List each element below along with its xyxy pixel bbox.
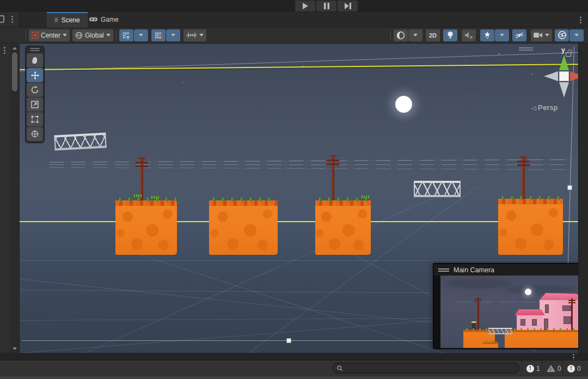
tab-game-label: Game [101, 16, 119, 23]
console-search[interactable] [332, 363, 519, 374]
effects-dropdown[interactable] [495, 29, 509, 41]
play-button[interactable] [295, 1, 315, 11]
error-count-badge[interactable]: ! 1 [522, 360, 544, 376]
preview-bridge-truss [488, 328, 512, 334]
star [471, 95, 473, 96]
console-search-input[interactable] [346, 364, 514, 372]
rect-icon [30, 115, 39, 124]
grid-axis-button[interactable]: Y [119, 29, 133, 41]
gizmo-negative-x-cone[interactable] [544, 71, 558, 81]
shading-mode-dropdown[interactable] [408, 29, 422, 41]
left-scrollbar[interactable] [11, 45, 19, 353]
grid-snapping-button[interactable] [151, 29, 166, 41]
tool-handle-rotation-dropdown[interactable]: Global [72, 29, 113, 41]
tool-handle-position-dropdown[interactable]: Center [29, 29, 70, 41]
gizmo-sphere-icon [558, 30, 567, 40]
telephone-wire [50, 164, 572, 165]
selection-handle-bottom[interactable] [286, 338, 291, 343]
globe-icon [75, 32, 83, 39]
grid-snapping-dropdown[interactable] [166, 29, 180, 41]
scene-visibility-button[interactable] [512, 29, 526, 41]
audio-mute-button[interactable] [462, 29, 476, 41]
moon-sprite [395, 96, 412, 113]
scene-lighting-button[interactable] [443, 29, 457, 41]
shading-mode-button[interactable] [394, 29, 408, 41]
terrain-platform-sprite[interactable] [498, 199, 563, 255]
telephone-pole-sprite[interactable] [522, 158, 525, 199]
left-panel-menu-icon[interactable] [11, 16, 13, 23]
gizmo-x-axis-cone[interactable] [570, 71, 578, 81]
rect-tool-button[interactable] [27, 112, 43, 126]
gizmo-center-cube[interactable] [559, 71, 569, 81]
message-count: 0 [577, 365, 581, 372]
overlay-drag-handle[interactable] [26, 46, 44, 53]
preview-ground [483, 342, 498, 348]
scale-icon [30, 100, 39, 109]
shaded-sphere-icon [396, 31, 405, 40]
right-panel-edge [578, 44, 588, 353]
gizmo-overlay-handle[interactable] [519, 47, 533, 51]
selection-line-middle [20, 221, 578, 222]
tab-scene-label: Scene [62, 16, 80, 24]
transform-tool-button[interactable] [27, 127, 43, 141]
preview-pole [477, 297, 479, 330]
preview-pole [571, 298, 573, 330]
window-bottom-edge [0, 376, 588, 379]
gizmos-button[interactable] [555, 29, 569, 41]
left-edge-top-row [0, 12, 20, 27]
pivot-label: Center [41, 32, 60, 39]
gizmo-y-axis-cone[interactable] [559, 55, 569, 70]
terrain-platform-sprite[interactable] [209, 200, 278, 255]
gizmo-negative-y-cone[interactable] [559, 82, 569, 97]
pause-button[interactable] [316, 1, 336, 11]
message-icon: ! [567, 365, 575, 372]
hand-tool-button[interactable] [27, 53, 43, 68]
hierarchy-menu-icon[interactable] [3, 47, 5, 54]
camera-preview-panel[interactable]: Main Camera [433, 263, 578, 349]
selection-handle-right[interactable] [567, 185, 572, 190]
scene-grid-icon: # [54, 16, 58, 24]
step-button[interactable] [338, 1, 358, 11]
camera-preview-title: Main Camera [454, 266, 494, 274]
svg-text:Y: Y [126, 34, 130, 39]
grass-tuft-sprite [362, 195, 369, 198]
camera-preview-titlebar[interactable]: Main Camera [434, 264, 578, 276]
move-icon [30, 71, 40, 80]
camera-preview-drag-icon[interactable] [438, 268, 449, 272]
star [531, 74, 532, 75]
2d-view-button[interactable]: 2D [426, 29, 440, 41]
unity-editor-window: # Scene Game [0, 0, 588, 379]
chevron-down-icon [199, 34, 204, 36]
scene-view[interactable]: y x ◁Persp Main Camera [20, 44, 578, 353]
metal-truss-sprite[interactable] [54, 133, 106, 151]
snap-increment-dropdown[interactable] [183, 29, 206, 41]
video-camera-icon [534, 32, 543, 38]
telephone-pole-sprite[interactable] [332, 157, 334, 200]
left-scrollbar-thumb[interactable] [12, 52, 17, 91]
tab-game[interactable]: Game [82, 12, 126, 27]
terrain-platform-sprite[interactable] [115, 200, 177, 255]
projection-label[interactable]: ◁Persp [531, 103, 558, 112]
terrain-platform-sprite[interactable] [315, 200, 371, 255]
tab-row-menu-icon[interactable] [579, 16, 581, 23]
chevron-down-icon [545, 34, 549, 36]
camera-settings-dropdown[interactable] [531, 29, 552, 41]
grid-line [20, 260, 578, 261]
camera-preview-image [440, 276, 578, 348]
hand-icon [30, 56, 39, 65]
metal-truss-sprite[interactable] [414, 181, 461, 197]
effects-button[interactable] [480, 29, 494, 41]
scale-tool-button[interactable] [27, 97, 43, 112]
console-top-strip [0, 353, 588, 360]
move-tool-button[interactable] [27, 68, 43, 82]
scroll-down-icon[interactable] [13, 347, 17, 350]
scroll-up-icon[interactable] [13, 47, 17, 50]
gizmo-y-label: y [561, 46, 565, 54]
grid-axis-dropdown[interactable] [134, 29, 148, 41]
clipped-panel-icon [0, 15, 4, 23]
gizmos-dropdown[interactable] [569, 29, 584, 41]
message-count-badge[interactable]: ! 0 [562, 360, 585, 376]
rotate-tool-button[interactable] [27, 83, 43, 97]
tools-overlay [25, 46, 45, 143]
warning-count: 0 [558, 365, 561, 372]
